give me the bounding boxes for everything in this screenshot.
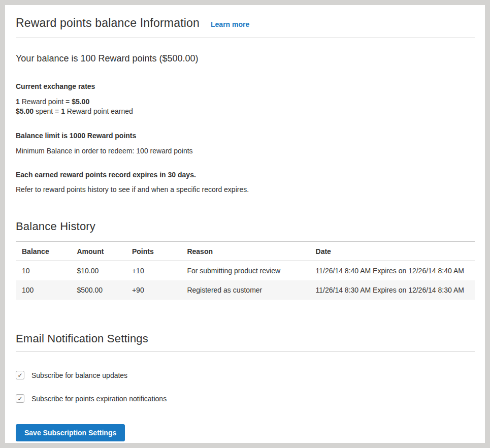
- rate-points-value: 1: [16, 98, 20, 106]
- balance-history-heading: Balance History: [16, 220, 475, 233]
- learn-more-link[interactable]: Learn more: [211, 20, 249, 28]
- rate-points-value: 1: [61, 107, 65, 115]
- cell-date: 11/26/14 8:30 AM Expires on 12/26/14 8:3…: [310, 280, 475, 300]
- balance-updates-checkbox[interactable]: ✓: [16, 371, 24, 379]
- points-expiration-option: ✓ Subscribe for points expiration notifi…: [16, 394, 475, 403]
- cell-reason: For submitting product review: [181, 261, 309, 281]
- expiration-heading: Each earned reward points record expires…: [16, 171, 475, 179]
- balance-updates-option: ✓ Subscribe for balance updates: [16, 371, 475, 379]
- exchange-rate-line-1: 1 Reward point = $5.00: [16, 97, 475, 107]
- table-header-row: Balance Amount Points Reason Date: [16, 242, 475, 261]
- rate-text: Reward point earned: [65, 107, 133, 115]
- column-header-reason: Reason: [181, 242, 309, 261]
- save-subscription-settings-button[interactable]: Save Subscription Settings: [16, 424, 125, 441]
- exchange-rates-heading: Current exchange rates: [16, 82, 475, 90]
- minimum-redeem-text: Minimum Balance in order to redeem: 100 …: [16, 147, 475, 155]
- points-expiration-checkbox[interactable]: ✓: [16, 394, 24, 403]
- points-expiration-label[interactable]: Subscribe for points expiration notifica…: [31, 395, 167, 403]
- balance-history-table: Balance Amount Points Reason Date 10 $10…: [16, 241, 475, 300]
- rate-amount-value: $5.00: [72, 98, 89, 106]
- reward-points-panel: Reward points balance Information Learn …: [5, 5, 485, 443]
- cell-date: 11/26/14 8:40 AM Expires on 12/26/14 8:4…: [310, 261, 475, 281]
- cell-points: +90: [126, 280, 181, 300]
- page-title: Reward points balance Information: [16, 16, 200, 30]
- table-row: 10 $10.00 +10 For submitting product rev…: [16, 261, 475, 281]
- rate-amount-value: $5.00: [16, 107, 34, 115]
- balance-updates-label[interactable]: Subscribe for balance updates: [31, 371, 127, 379]
- cell-reason: Registered as customer: [181, 280, 309, 300]
- rate-text: Reward point =: [20, 98, 72, 106]
- cell-amount: $10.00: [71, 261, 125, 281]
- page-header: Reward points balance Information Learn …: [16, 16, 475, 38]
- expiration-note: Refer to reward points history to see if…: [16, 185, 475, 194]
- table-row: 100 $500.00 +90 Registered as customer 1…: [16, 280, 475, 300]
- column-header-balance: Balance: [16, 242, 71, 261]
- page-background: Reward points balance Information Learn …: [0, 0, 490, 448]
- cell-points: +10: [126, 261, 181, 281]
- exchange-rate-line-2: $5.00 spent = 1 Reward point earned: [16, 107, 475, 116]
- cell-balance: 100: [16, 280, 71, 300]
- balance-limit-text: Balance limit is 1000 Reward points: [16, 132, 475, 140]
- cell-amount: $500.00: [71, 280, 125, 300]
- balance-summary: Your balance is 100 Reward points ($500.…: [16, 53, 475, 64]
- column-header-amount: Amount: [71, 242, 125, 261]
- column-header-date: Date: [310, 242, 475, 261]
- cell-balance: 10: [16, 261, 71, 281]
- column-header-points: Points: [126, 242, 181, 261]
- rate-text: spent =: [34, 107, 61, 115]
- email-settings-heading: Email Notification Settings: [16, 332, 475, 351]
